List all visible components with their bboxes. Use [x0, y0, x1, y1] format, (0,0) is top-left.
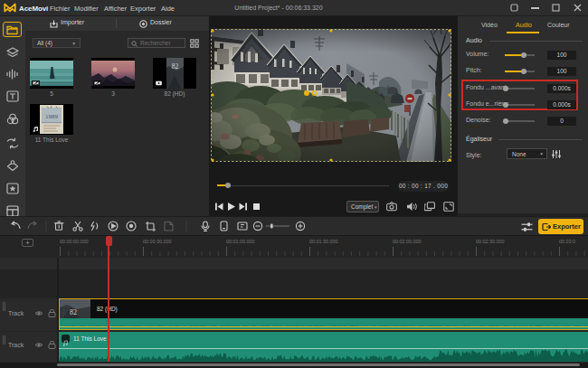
svg-text:00:02:30.000: 00:02:30.000 [476, 239, 504, 244]
svg-text:00:02:00.000: 00:02:00.000 [393, 239, 421, 244]
svg-text:00:00:30.000: 00:00:30.000 [143, 239, 171, 244]
svg-text:82: 82 [172, 62, 179, 71]
svg-text:00:03:0: 00:03:0 [559, 239, 575, 244]
svg-text:1989: 1989 [45, 113, 59, 120]
svg-text:82: 82 [70, 308, 77, 316]
svg-text:00:00:00.000: 00:00:00.000 [60, 239, 88, 244]
svg-text:00:01:30.000: 00:01:30.000 [309, 239, 337, 244]
svg-text:00:01:00.000: 00:01:00.000 [226, 239, 254, 244]
